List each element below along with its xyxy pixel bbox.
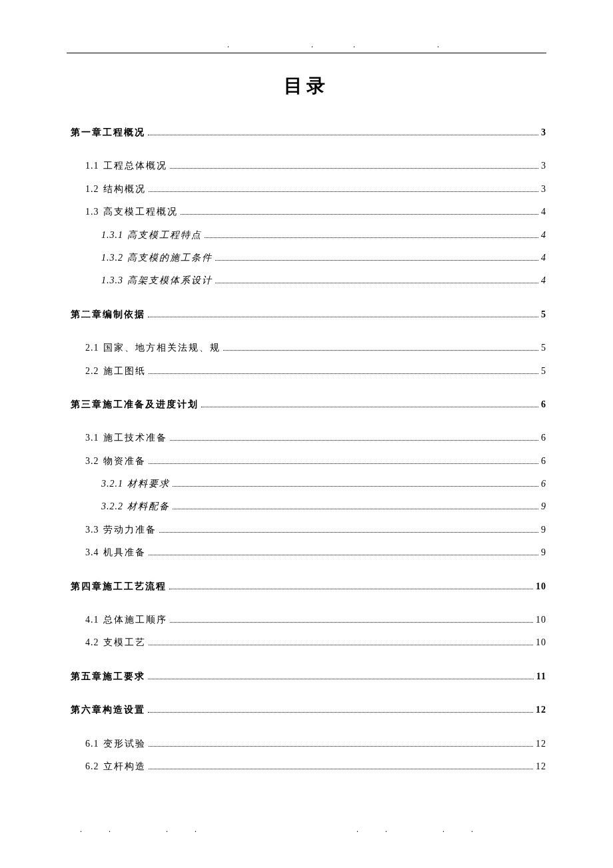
toc-entry[interactable]: 3.2.2材料配备9	[67, 499, 546, 514]
toc-entry-page: 10	[536, 613, 546, 627]
toc-leader-dots	[148, 679, 534, 679]
toc-leader-dots	[149, 191, 539, 192]
toc-entry[interactable]: 2.1国家、地方相关法规、规5	[67, 341, 546, 355]
toc-entry[interactable]: 3.3劳动力准备9	[67, 523, 546, 537]
toc-entry-number: 3.2	[85, 454, 99, 469]
toc-entry-number: 1.3.3	[101, 273, 123, 288]
toc-entry-page: 4	[541, 273, 546, 288]
toc-entry-page: 3	[541, 182, 546, 197]
toc-entry-number: 3.2.2	[101, 499, 123, 514]
toc-entry-text: 高支模的施工条件	[127, 251, 213, 265]
toc-entry-text: 高支模工程概况	[103, 205, 178, 219]
toc-entry-number: 2.2	[85, 364, 99, 379]
toc-leader-dots	[223, 350, 539, 351]
toc-entry-page: 6	[541, 477, 546, 491]
toc-leader-dots	[149, 769, 534, 769]
toc-leader-dots	[149, 555, 539, 555]
toc-entry-page: 6	[541, 431, 546, 445]
toc-entry[interactable]: 6.2立杆构造12	[67, 759, 546, 774]
toc-leader-dots	[148, 712, 533, 713]
toc-entry[interactable]: 第二章编制依据5	[67, 307, 546, 322]
toc-entry[interactable]: 3.1施工技术准备6	[67, 431, 546, 445]
toc-entry-number: 3.2.1	[101, 477, 123, 491]
toc-leader-dots	[148, 317, 538, 317]
toc-entry-text: 第三章施工准备及进度计划	[71, 397, 199, 412]
toc-leader-dots	[173, 509, 538, 509]
header-marks: . .. .	[67, 40, 546, 50]
toc-entry-number: 4.2	[85, 635, 99, 650]
toc-entry-text: 劳动力准备	[103, 523, 157, 537]
toc-entry[interactable]: 1.3.2高支模的施工条件4	[67, 251, 546, 265]
toc-entry-text: 机具准备	[103, 545, 146, 560]
toc-leader-dots	[159, 532, 539, 533]
toc-leader-dots	[170, 440, 539, 441]
toc-entry-number: 1.3.1	[101, 228, 123, 243]
toc-entry[interactable]: 6.1变形试验12	[67, 737, 546, 751]
toc-entry-text: 支模工艺	[103, 635, 146, 650]
toc-entry-text: 施工技术准备	[103, 431, 167, 445]
toc-title: 目录	[67, 73, 546, 99]
toc-entry-number: 2.1	[85, 341, 99, 355]
toc-leader-dots	[181, 214, 539, 215]
toc-entry[interactable]: 3.2.1材料要求6	[67, 477, 546, 491]
toc-entry[interactable]: 1.1工程总体概况3	[67, 159, 546, 173]
toc-entry-text: 第二章编制依据	[71, 307, 145, 322]
toc-entry-text: 国家、地方相关法规、规	[103, 341, 221, 355]
page-container: . .. . 目录 第一章工程概况31.1工程总体概况31.2结构概况31.3高…	[0, 0, 613, 809]
toc-entry-text: 材料配备	[127, 499, 170, 514]
toc-entry[interactable]: 1.3.3高架支模体系设计4	[67, 273, 546, 288]
toc-entry[interactable]: 第三章施工准备及进度计划6	[67, 397, 546, 412]
toc-entry-number: 1.2	[85, 182, 99, 197]
table-of-contents: 第一章工程概况31.1工程总体概况31.2结构概况31.3高支模工程概况41.3…	[67, 125, 546, 774]
toc-entry-text: 变形试验	[103, 737, 146, 751]
toc-entry[interactable]: 1.2结构概况3	[67, 182, 546, 197]
toc-leader-dots	[173, 486, 538, 487]
toc-entry-page: 4	[541, 228, 546, 243]
toc-leader-dots	[149, 746, 534, 747]
toc-entry-page: 3	[541, 125, 546, 140]
toc-leader-dots	[215, 283, 538, 283]
toc-entry-text: 第一章工程概况	[71, 125, 145, 140]
toc-entry-page: 11	[536, 669, 546, 684]
toc-entry-number: 3.1	[85, 431, 99, 445]
toc-entry-page: 9	[541, 523, 546, 537]
toc-leader-dots	[169, 589, 533, 589]
toc-entry-page: 10	[536, 635, 546, 650]
toc-entry[interactable]: 3.4机具准备9	[67, 545, 546, 560]
toc-entry[interactable]: 1.3高支模工程概况4	[67, 205, 546, 219]
toc-leader-dots	[170, 622, 534, 623]
toc-entry-number: 3.4	[85, 545, 99, 560]
toc-entry-page: 5	[541, 307, 546, 322]
toc-entry[interactable]: 1.3.1高支模工程特点4	[67, 228, 546, 243]
toc-leader-dots	[205, 237, 538, 238]
toc-entry-number: 6.1	[85, 737, 99, 751]
toc-entry-text: 立杆构造	[103, 759, 146, 774]
toc-leader-dots	[148, 135, 538, 135]
toc-entry[interactable]: 第五章施工要求11	[67, 669, 546, 684]
toc-entry[interactable]: 3.2物资准备6	[67, 454, 546, 469]
toc-entry-text: 第五章施工要求	[71, 669, 145, 684]
toc-entry-page: 5	[541, 364, 546, 379]
toc-entry[interactable]: 第一章工程概况3	[67, 125, 546, 140]
toc-entry[interactable]: 第四章施工工艺流程10	[67, 579, 546, 594]
toc-entry-page: 6	[541, 397, 546, 412]
toc-entry-text: 总体施工顺序	[103, 613, 167, 627]
toc-leader-dots	[170, 168, 539, 169]
toc-entry-text: 高架支模体系设计	[127, 273, 213, 288]
footer-marks: .. .... ..	[80, 825, 500, 835]
toc-entry-page: 9	[541, 499, 546, 514]
toc-entry-page: 12	[536, 703, 546, 717]
toc-entry-text: 材料要求	[127, 477, 170, 491]
toc-entry-number: 3.3	[85, 523, 99, 537]
toc-entry-number: 6.2	[85, 759, 99, 774]
toc-entry-number: 1.3.2	[101, 251, 123, 265]
toc-entry[interactable]: 第六章构造设置12	[67, 703, 546, 717]
header-rule	[67, 53, 546, 53]
toc-entry-page: 4	[541, 251, 546, 265]
toc-entry[interactable]: 2.2施工图纸5	[67, 364, 546, 379]
footer-marks-right: .. ..	[356, 825, 500, 834]
toc-entry[interactable]: 4.2支模工艺10	[67, 635, 546, 650]
toc-entry[interactable]: 4.1总体施工顺序10	[67, 613, 546, 627]
toc-leader-dots	[149, 645, 534, 645]
toc-entry-page: 12	[536, 759, 546, 774]
